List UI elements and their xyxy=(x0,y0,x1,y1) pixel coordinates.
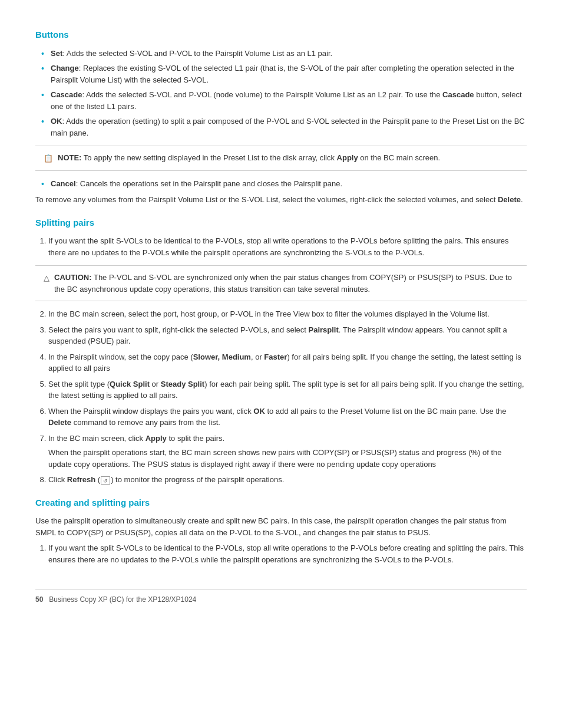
remove-text: To remove any volumes from the Pairsplit… xyxy=(35,194,527,206)
step-6-bold1: OK xyxy=(253,407,265,416)
step-4: In the Pairsplit window, set the copy pa… xyxy=(48,351,527,374)
list-item: Cascade: Adds the selected S-VOL and P-V… xyxy=(41,89,527,112)
step-6-text: When the Pairsplit window displays the p… xyxy=(48,407,253,416)
step-4-bold1: Slower, Medium xyxy=(193,353,251,361)
footer-text: Business Copy XP (BC) for the XP128/XP10… xyxy=(49,594,196,605)
note-label: NOTE: xyxy=(58,153,81,162)
step-7-bold: Apply xyxy=(146,434,167,443)
note-end: on the BC main screen. xyxy=(358,153,440,162)
creating-step-1-text: If you want the split S-VOLs to be ident… xyxy=(48,543,524,564)
step-8-bold: Refresh xyxy=(67,475,95,484)
caution-body: The P-VOL and S-VOL are synchronized onl… xyxy=(54,273,512,294)
step-5-bold2: Steady Split xyxy=(161,380,204,388)
desc-cascade: : Adds the selected S-VOL and P-VOL (nod… xyxy=(82,90,442,99)
step-7-sub: When the pairsplit operations start, the… xyxy=(48,447,527,470)
buttons-heading: Buttons xyxy=(35,28,527,42)
step-7-end: to split the pairs. xyxy=(167,434,224,443)
note-apply-bold: Apply xyxy=(337,153,358,162)
caution-icon: △ xyxy=(44,272,49,284)
step-2: In the BC main screen, select the port, … xyxy=(48,308,527,320)
note-icon: 📋 xyxy=(44,153,53,164)
step-6: When the Pairsplit window displays the p… xyxy=(48,406,527,429)
step-7-text: In the BC main screen, click xyxy=(48,434,146,443)
step-7: In the BC main screen, click Apply to sp… xyxy=(48,433,527,470)
creating-splitting-intro: Use the pairsplit operation to simultane… xyxy=(35,515,527,538)
footer-page: 50 xyxy=(35,594,43,605)
list-item: Change: Replaces the existing S-VOL of t… xyxy=(41,62,527,85)
creating-splitting-heading: Creating and splitting pairs xyxy=(35,496,527,510)
term-cascade: Cascade xyxy=(51,90,82,99)
term-set: Set xyxy=(51,49,62,58)
delete-bold: Delete xyxy=(498,195,521,204)
step-3: Select the pairs you want to split, righ… xyxy=(48,324,527,347)
note-text: NOTE: To apply the new setting displayed… xyxy=(58,152,440,164)
step-1: If you want the split S-VOLs to be ident… xyxy=(48,235,527,258)
term-ok: OK xyxy=(51,117,62,126)
cancel-list: Cancel: Cancels the operations set in th… xyxy=(35,178,527,190)
splitting-steps: If you want the split S-VOLs to be ident… xyxy=(35,235,527,258)
footer: 50 Business Copy XP (BC) for the XP128/X… xyxy=(35,589,527,605)
step-5-bold1: Quick Split xyxy=(110,380,150,388)
list-item: Set: Adds the selected S-VOL and P-VOL t… xyxy=(41,48,527,60)
step-6-bold2: Delete xyxy=(48,418,71,427)
step-3-text: Select the pairs you want to split, righ… xyxy=(48,325,309,334)
step-8-end: to monitor the progress of the pairsplit… xyxy=(114,475,285,484)
step-5-text: Set the split type ( xyxy=(48,380,110,388)
step-8-icon-wrapper: (↺) xyxy=(95,475,113,484)
list-item: OK: Adds the operation (setting) to spli… xyxy=(41,116,527,139)
step-5: Set the split type (Quick Split or Stead… xyxy=(48,378,527,401)
creating-steps: If you want the split S-VOLs to be ident… xyxy=(35,542,527,565)
caution-text: CAUTION: The P-VOL and S-VOL are synchro… xyxy=(54,272,518,295)
desc-change: : Replaces the existing S-VOL of the sel… xyxy=(51,64,514,84)
step-8: Click Refresh (↺) to monitor the progres… xyxy=(48,474,527,486)
step-3-bold: Pairsplit xyxy=(309,325,339,334)
step-6-mid: to add all pairs to the Preset Volume li… xyxy=(265,407,507,416)
step-8-text: Click xyxy=(48,475,67,484)
step-1-text: If you want the split S-VOLs to be ident… xyxy=(48,236,509,257)
term-change: Change xyxy=(51,64,79,73)
desc-cancel: : Cancels the operations set in the Pair… xyxy=(76,179,342,188)
list-item-cancel: Cancel: Cancels the operations set in th… xyxy=(41,178,527,190)
note-box: 📋 NOTE: To apply the new setting display… xyxy=(35,146,527,171)
step-2-text: In the BC main screen, select the port, … xyxy=(48,309,490,318)
desc-set: : Adds the selected S-VOL and P-VOL to t… xyxy=(62,49,332,58)
cascade-bold-inline: Cascade xyxy=(442,90,474,99)
term-cancel: Cancel xyxy=(51,179,76,188)
caution-label: CAUTION: xyxy=(54,273,92,282)
buttons-list: Set: Adds the selected S-VOL and P-VOL t… xyxy=(35,48,527,139)
step-4-text: In the Pairsplit window, set the copy pa… xyxy=(48,353,193,361)
note-body: To apply the new setting displayed in th… xyxy=(84,153,337,162)
creating-step-1: If you want the split S-VOLs to be ident… xyxy=(48,542,527,565)
step-4-mid: , or xyxy=(251,353,264,361)
splitting-steps-2: In the BC main screen, select the port, … xyxy=(35,308,527,486)
refresh-icon: ↺ xyxy=(101,476,110,485)
desc-ok: : Adds the operation (setting) to split … xyxy=(51,117,525,137)
caution-box: △ CAUTION: The P-VOL and S-VOL are synch… xyxy=(35,265,527,301)
step-4-bold2: Faster xyxy=(264,353,287,361)
step-6-end: command to remove any pairs from the lis… xyxy=(71,418,220,427)
step-5-mid: or xyxy=(150,380,161,388)
splitting-pairs-heading: Splitting pairs xyxy=(35,216,527,230)
